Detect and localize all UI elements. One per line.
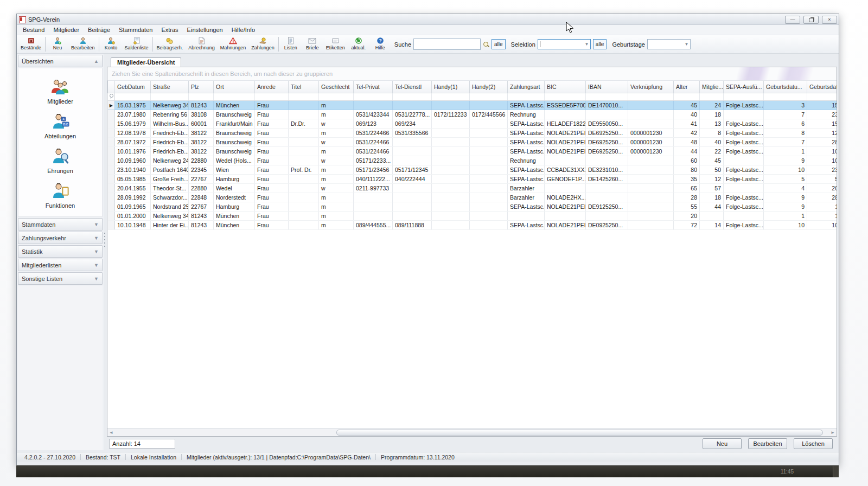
menu-extras[interactable]: Extras <box>157 26 182 34</box>
filter-cell[interactable] <box>319 93 354 101</box>
aktual-button[interactable]: aktual. <box>348 36 369 53</box>
mahnungen-button[interactable]: Mahnungen <box>218 36 249 53</box>
menu-bestand[interactable]: Bestand <box>18 26 49 34</box>
filter-cell[interactable] <box>545 93 586 101</box>
column-header[interactable]: GebDatum <box>115 81 151 93</box>
chevron-down-icon[interactable]: ▼ <box>683 42 690 47</box>
hilfe-button[interactable]: ? Hilfe <box>369 36 391 53</box>
saldenliste-button[interactable]: Saldenliste <box>122 36 151 53</box>
restore-button[interactable] <box>803 16 819 24</box>
sidebar-item-funktionen[interactable]: Funktionen <box>28 182 93 209</box>
table-row[interactable]: 28.09.1992Schwarzdor...22848NorderstedtF… <box>108 193 837 202</box>
etiketten-button[interactable]: Etiketten <box>323 36 348 53</box>
column-header[interactable]: Handy(1) <box>432 81 470 93</box>
filter-cell[interactable] <box>354 93 393 101</box>
filter-cell[interactable] <box>674 93 700 101</box>
horizontal-scrollbar[interactable]: ◄ ► <box>107 428 837 436</box>
neu-button[interactable]: Neu <box>47 36 68 53</box>
filter-cell[interactable] <box>807 93 837 101</box>
konto-button[interactable]: Konto <box>100 36 122 53</box>
table-row[interactable]: 10.09.1960Nelkenweg 2422880Wedel (Hols..… <box>108 156 837 165</box>
sidebar-section-stammdaten[interactable]: Stammdaten ▼ <box>18 218 103 231</box>
sidebar-section-statistik[interactable]: Statistik ▼ <box>18 245 103 258</box>
filter-cell[interactable] <box>764 93 807 101</box>
filter-cell[interactable] <box>628 93 674 101</box>
column-header[interactable]: Anrede <box>255 81 289 93</box>
column-header[interactable]: Plz <box>189 81 214 93</box>
column-header[interactable]: Tel-Dienstl <box>393 81 432 93</box>
zahlungen-button[interactable]: Zahlungen <box>248 36 277 53</box>
column-header[interactable]: IBAN <box>586 81 628 93</box>
table-row[interactable]: 01.01.2000Nelkenweg 3481243MünchenFraum2… <box>108 212 837 221</box>
minimize-button[interactable]: — <box>785 16 800 24</box>
column-header[interactable]: Geburtsdatu... <box>764 81 807 93</box>
filter-cell[interactable] <box>700 93 724 101</box>
table-row[interactable]: 28.07.1972Friedrich-Eb...38122Braunschwe… <box>108 138 837 147</box>
table-row[interactable]: 23.10.1940Postfach 164022345WienFrauProf… <box>108 165 837 175</box>
table-row[interactable]: 20.04.1955Theodor-St...22880WedelFrauw02… <box>108 184 837 193</box>
sidebar-section-uebersichten[interactable]: Übersichten ▲ <box>18 55 103 67</box>
filter-cell[interactable] <box>586 93 628 101</box>
sidebar-item-ehrungen[interactable]: Ehrungen <box>28 148 93 174</box>
filter-cell[interactable] <box>289 93 319 101</box>
briefe-button[interactable]: Briefe <box>302 36 323 53</box>
column-header[interactable]: Handy(2) <box>470 81 508 93</box>
neu-record-button[interactable]: Neu <box>703 438 742 449</box>
menu-mitglieder[interactable]: Mitglieder <box>49 26 84 34</box>
column-header[interactable]: Tel-Privat <box>354 81 393 93</box>
scroll-left-arrow-icon[interactable]: ◄ <box>107 429 115 436</box>
geburtstage-combobox[interactable]: ▼ <box>647 39 691 49</box>
abrechnung-button[interactable]: Abrechnung <box>186 36 218 53</box>
filter-cell[interactable] <box>393 93 432 101</box>
column-header[interactable]: SEPA-Ausfü... <box>724 81 764 93</box>
table-row[interactable]: 01.09.1965Nordstrand 2522767HamburgFraum… <box>108 202 837 212</box>
column-header[interactable]: Ort <box>214 81 255 93</box>
menu-stammdaten[interactable]: Stammdaten <box>114 26 157 34</box>
menu-hilfe-info[interactable]: Hilfe/Info <box>227 26 259 34</box>
column-header[interactable]: Titel <box>289 81 319 93</box>
filter-cell[interactable] <box>189 93 214 101</box>
selektion-combobox[interactable]: ▼ <box>538 39 591 49</box>
sidebar-item-mitglieder[interactable]: Mitglieder <box>28 78 93 105</box>
sidebar-section-zahlungsverkehr[interactable]: Zahlungsverkehr ▼ <box>18 232 103 244</box>
chevron-down-icon[interactable]: ▼ <box>583 42 590 47</box>
filter-cell[interactable] <box>508 93 545 101</box>
filter-cell[interactable] <box>151 93 189 101</box>
table-row[interactable]: 15.06.1979Wilhelm-Bus...60001Frankfurt/M… <box>108 119 837 129</box>
filter-cell[interactable] <box>470 93 508 101</box>
sidebar-splitter[interactable] <box>104 54 106 450</box>
column-header[interactable]: Verknüpfung <box>628 81 674 93</box>
table-row[interactable]: 12.08.1978Friedrich-Eb...38122Braunschwe… <box>108 129 837 138</box>
tab-mitglieder-uebersicht[interactable]: Mitglieder-Übersicht <box>111 57 181 67</box>
filter-cell[interactable] <box>432 93 470 101</box>
search-alle-button[interactable]: alle <box>492 39 506 49</box>
table-row[interactable]: 05.05.1985Große Freih...22767HamburgFrau… <box>108 175 837 184</box>
filter-cell[interactable] <box>115 93 151 101</box>
table-row[interactable]: 23.07.1980Rebenring 5638108BraunschweigF… <box>108 110 837 119</box>
column-header[interactable]: BIC <box>545 81 586 93</box>
column-header[interactable]: Zahlungsart <box>508 81 545 93</box>
scrollbar-track[interactable] <box>115 429 829 436</box>
menu-einstellungen[interactable]: Einstellungen <box>183 26 227 34</box>
scrollbar-thumb[interactable] <box>336 430 823 436</box>
bestaende-button[interactable]: Bestände <box>18 36 44 53</box>
filter-cell[interactable] <box>724 93 764 101</box>
filter-row[interactable] <box>108 93 837 101</box>
filter-cell[interactable] <box>214 93 255 101</box>
column-header[interactable]: Geschlecht <box>319 81 354 93</box>
loeschen-record-button[interactable]: Löschen <box>794 438 833 449</box>
show-desktop-button[interactable] <box>833 466 839 477</box>
column-header[interactable]: Geburtsdatu... <box>807 81 837 93</box>
column-header[interactable]: Alter <box>674 81 700 93</box>
sidebar-section-mitgliederlisten[interactable]: Mitgliederlisten ▼ <box>18 259 103 271</box>
scroll-right-arrow-icon[interactable]: ► <box>829 429 837 436</box>
filter-cell[interactable] <box>255 93 289 101</box>
search-icon[interactable] <box>483 41 489 48</box>
column-header[interactable]: Straße <box>151 81 189 93</box>
beitragserh-button[interactable]: Beitragserh. <box>154 36 186 53</box>
selektion-alle-button[interactable]: alle <box>593 39 607 49</box>
menu-beitraege[interactable]: Beiträge <box>84 26 114 34</box>
search-input[interactable] <box>413 39 481 50</box>
column-header[interactable]: Mitglie... <box>700 81 724 93</box>
sidebar-item-abteilungen[interactable]: A B C Abteilungen <box>28 113 93 139</box>
